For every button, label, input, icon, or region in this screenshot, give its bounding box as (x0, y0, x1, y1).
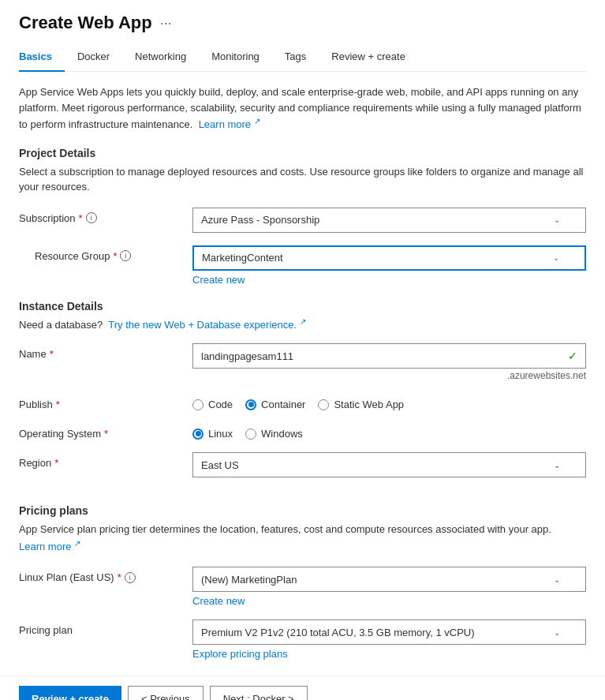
description-text: App Service Web Apps lets you quickly bu… (19, 84, 586, 133)
resource-group-label: Resource Group * i (19, 245, 192, 262)
review-create-button[interactable]: Review + create (19, 686, 121, 700)
resource-group-info-icon[interactable]: i (120, 250, 131, 261)
publish-container-radio[interactable] (245, 399, 256, 410)
resource-group-dropdown[interactable]: MarketingContent ⌄ (192, 245, 586, 271)
linux-plan-label: Linux Plan (East US) * i (19, 567, 192, 583)
learn-more-icon: ↗ (254, 117, 260, 125)
tab-basics[interactable]: Basics (19, 44, 65, 72)
name-required: * (50, 348, 54, 360)
publish-static-option[interactable]: Static Web App (318, 399, 404, 410)
linux-plan-required: * (118, 571, 121, 583)
tab-monitoring[interactable]: Monitoring (199, 44, 272, 72)
next-button[interactable]: Next : Docker > (210, 686, 308, 700)
tab-tags[interactable]: Tags (272, 44, 319, 72)
publish-label: Publish * (19, 394, 192, 410)
subscription-chevron-icon: ⌄ (554, 215, 560, 224)
instance-details-title: Instance Details (19, 300, 586, 313)
resource-group-chevron-icon: ⌄ (553, 253, 559, 262)
resource-group-row: Resource Group * i MarketingContent ⌄ Cr… (19, 245, 586, 286)
project-details-title: Project Details (19, 147, 586, 159)
region-row: Region * East US ⌄ (19, 452, 586, 477)
subscription-dropdown[interactable]: Azure Pass - Sponsorship ⌄ (192, 208, 586, 233)
region-chevron-icon: ⌄ (554, 461, 560, 470)
db-experience-link[interactable]: Try the new Web + Database experience. ↗ (108, 319, 305, 331)
project-details-desc: Select a subscription to manage deployed… (19, 164, 586, 195)
os-windows-radio[interactable] (245, 429, 256, 440)
bottom-bar: Review + create < Previous Next : Docker… (0, 676, 605, 700)
pricing-plan-label: Pricing plan (19, 620, 192, 636)
pricing-learn-more-icon: ↗ (74, 539, 80, 548)
resource-group-create-new-link[interactable]: Create new (192, 274, 586, 286)
publish-code-radio[interactable] (192, 399, 204, 410)
pricing-desc: App Service plan pricing tier determines… (19, 522, 586, 554)
os-linux-radio[interactable] (192, 429, 204, 440)
pricing-plan-row: Pricing plan Premium V2 P1v2 (210 total … (19, 620, 586, 660)
region-label: Region * (19, 452, 192, 469)
page-title-ellipsis: ··· (160, 15, 172, 32)
tab-bar: Basics Docker Networking Monitoring Tags… (19, 44, 586, 72)
pricing-plan-dropdown[interactable]: Premium V2 P1v2 (210 total ACU, 3.5 GB m… (192, 620, 586, 645)
os-linux-dot (196, 431, 201, 436)
subscription-row: Subscription * i Azure Pass - Sponsorshi… (19, 208, 586, 233)
publish-row: Publish * Code Container (19, 394, 586, 410)
resource-group-control: MarketingContent ⌄ Create new (192, 245, 586, 286)
os-label: Operating System * (19, 423, 192, 440)
os-windows-option[interactable]: Windows (245, 428, 303, 440)
region-control: East US ⌄ (192, 452, 586, 477)
linux-plan-control: (New) MarketingPlan ⌄ Create new (192, 567, 586, 607)
tab-docker[interactable]: Docker (65, 44, 122, 72)
learn-more-link[interactable]: Learn more ↗ (199, 118, 260, 130)
name-control: landingpagesam111 ✓ .azurewebsites.net (192, 343, 586, 381)
instance-details-section: Instance Details Need a database? Try th… (19, 300, 586, 477)
resource-group-required: * (113, 250, 117, 262)
name-input[interactable]: landingpagesam111 ✓ (192, 343, 586, 369)
project-details-section: Project Details Select a subscription to… (19, 147, 586, 286)
pricing-section: Pricing plans App Service plan pricing t… (19, 492, 586, 660)
region-required: * (54, 457, 58, 469)
publish-container-option[interactable]: Container (245, 399, 305, 410)
os-required: * (104, 428, 108, 440)
name-valid-icon: ✓ (568, 350, 577, 362)
subdomain-text: .azurewebsites.net (192, 370, 586, 381)
publish-container-dot (248, 402, 254, 407)
previous-button[interactable]: < Previous (128, 686, 204, 700)
db-link-row: Need a database? Try the new Web + Datab… (19, 317, 586, 331)
publish-required: * (56, 399, 60, 410)
os-options: Linux Windows (192, 423, 586, 440)
subscription-required: * (79, 212, 83, 224)
subscription-label: Subscription * i (19, 208, 192, 224)
linux-plan-create-new-link[interactable]: Create new (192, 595, 586, 607)
tab-review-create[interactable]: Review + create (319, 44, 418, 72)
page-title: Create Web App (19, 13, 152, 33)
page-title-row: Create Web App ··· (19, 13, 586, 33)
pricing-plan-chevron-icon: ⌄ (554, 628, 560, 637)
db-link-external-icon: ↗ (300, 317, 306, 326)
linux-plan-dropdown[interactable]: (New) MarketingPlan ⌄ (192, 567, 586, 592)
tab-networking[interactable]: Networking (122, 44, 199, 72)
publish-options: Code Container Static Web App (192, 394, 586, 410)
publish-static-radio[interactable] (318, 399, 329, 410)
name-row: Name * landingpagesam111 ✓ .azurewebsite… (19, 343, 586, 381)
pricing-plan-control: Premium V2 P1v2 (210 total ACU, 3.5 GB m… (192, 620, 586, 660)
os-row: Operating System * Linux Windows (19, 423, 586, 440)
linux-plan-info-icon[interactable]: i (125, 572, 136, 583)
subscription-info-icon[interactable]: i (86, 212, 97, 223)
publish-code-option[interactable]: Code (192, 399, 233, 410)
subscription-control: Azure Pass - Sponsorship ⌄ (192, 208, 586, 233)
os-linux-option[interactable]: Linux (192, 428, 233, 440)
pricing-title: Pricing plans (19, 504, 586, 517)
explore-pricing-link[interactable]: Explore pricing plans (192, 648, 586, 660)
linux-plan-row: Linux Plan (East US) * i (New) Marketing… (19, 567, 586, 607)
name-label: Name * (19, 343, 192, 360)
region-dropdown[interactable]: East US ⌄ (192, 452, 586, 477)
pricing-learn-more-link[interactable]: Learn more ↗ (19, 541, 80, 552)
linux-plan-chevron-icon: ⌄ (554, 575, 560, 584)
